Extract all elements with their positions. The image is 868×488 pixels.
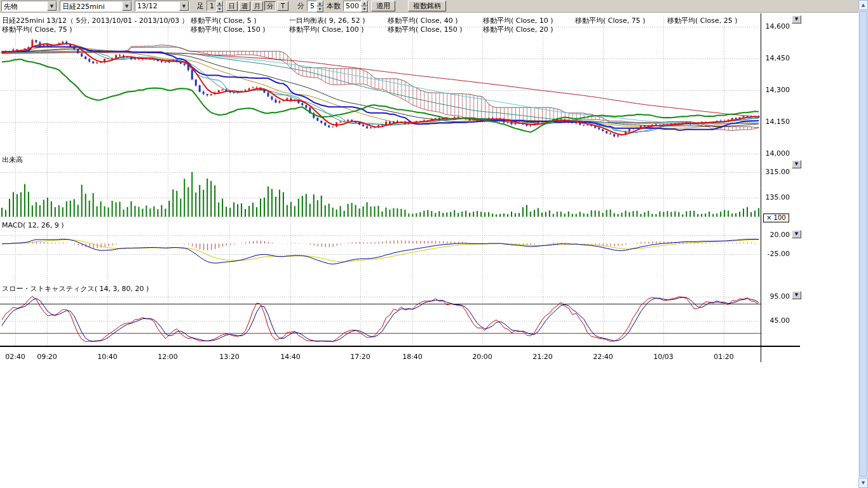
stepper-up-icon[interactable]: ▲ bbox=[361, 1, 368, 6]
stepper-down-icon[interactable]: ▼ bbox=[316, 6, 323, 12]
stepper-arrows[interactable]: ▲▼ bbox=[361, 1, 368, 11]
macd-axis-label: -25.00 bbox=[762, 250, 790, 258]
stoch-pane-menu-button[interactable]: ▼ bbox=[792, 291, 801, 299]
legend-item: 移動平均( Close, 150 ) bbox=[191, 25, 266, 34]
time-axis-label: 21:20 bbox=[529, 353, 557, 361]
period-button-4[interactable]: T bbox=[277, 1, 288, 11]
chevron-down-icon[interactable]: ▼ bbox=[122, 1, 132, 11]
contract-month-select[interactable]: 13/12 ▼ bbox=[135, 1, 189, 11]
stepper-down-icon[interactable]: ▼ bbox=[361, 6, 368, 12]
legend-item: 移動平均( Close, 100 ) bbox=[289, 25, 364, 34]
chevron-down-icon[interactable]: ▼ bbox=[179, 1, 189, 11]
legend-item: 移動平均( Close, 40 ) bbox=[388, 16, 458, 25]
scrollbar-thumb[interactable] bbox=[859, 11, 867, 477]
stoch-axis-label: 95.00 bbox=[762, 292, 790, 301]
price-axis-label: 14,000 bbox=[762, 149, 790, 158]
time-axis-label: 18:40 bbox=[398, 353, 426, 361]
stepper-arrows[interactable]: ▲▼ bbox=[316, 1, 323, 11]
stepper-up-icon[interactable]: ▲ bbox=[216, 1, 223, 6]
volume-pane-menu-button[interactable]: ▼ bbox=[792, 160, 801, 168]
legend-item: 移動平均( Close, 75 ) bbox=[575, 16, 646, 25]
stoch-pane-label: スロー・ストキャスティクス( 14, 3, 80, 20 ) bbox=[2, 284, 149, 294]
time-axis-label: 01:20 bbox=[710, 353, 738, 361]
legend-item: 移動平均( Close, 25 ) bbox=[667, 16, 738, 25]
scroll-up-icon[interactable]: ▲ bbox=[858, 0, 868, 10]
price-pane-menu-button[interactable]: ▼ bbox=[792, 15, 801, 24]
time-axis-label: 09:20 bbox=[33, 353, 61, 361]
period-button-group: 日週月分T bbox=[226, 1, 288, 11]
apply-button[interactable]: 適用 bbox=[371, 1, 395, 11]
instrument-category-select[interactable]: 先物 ▼ bbox=[1, 1, 57, 11]
time-axis-label: 02:40 bbox=[1, 353, 29, 361]
macd-pane-menu-button[interactable]: ▼ bbox=[792, 230, 801, 238]
stepper-down-icon[interactable]: ▼ bbox=[216, 6, 223, 12]
time-axis-label: 22:40 bbox=[589, 353, 617, 361]
bar-count-stepper[interactable]: 500 ▲▼ bbox=[343, 1, 369, 11]
scroll-down-icon[interactable]: ▼ bbox=[858, 478, 868, 488]
period-button-2[interactable]: 月 bbox=[252, 1, 263, 11]
minute-label: 分 bbox=[297, 1, 304, 11]
period-button-0[interactable]: 日 bbox=[226, 1, 238, 11]
time-axis-label: 12:00 bbox=[154, 353, 182, 361]
period-button-3[interactable]: 分 bbox=[264, 1, 276, 11]
legend-item: 日経225mini 13/12（ 5分, 2013/10/01 - 2013/1… bbox=[2, 16, 189, 25]
price-axis-label: 14,600 bbox=[762, 22, 790, 30]
volume-pane-label: 出来高 bbox=[2, 155, 23, 165]
legend-item: 移動平均( Close, 5 ) bbox=[191, 16, 257, 25]
bar-interval-stepper[interactable]: 1 ▲▼ bbox=[207, 1, 224, 11]
time-axis-label: 17:20 bbox=[346, 353, 374, 361]
stepper-arrows[interactable]: ▲▼ bbox=[216, 1, 223, 11]
instrument-category-value: 先物 bbox=[2, 1, 47, 11]
macd-pane-label: MACD( 12, 26, 9 ) bbox=[2, 221, 64, 229]
toolbar: 先物 ▼ 日経225mini ▼ 13/12 ▼ 足 1 ▲▼ 日週月分T 分 … bbox=[0, 0, 858, 13]
stoch-axis-label: 45.00 bbox=[762, 316, 790, 325]
bar-type-label: 足 bbox=[197, 1, 204, 11]
minute-stepper[interactable]: 5 ▲▼ bbox=[307, 1, 324, 11]
vertical-scrollbar[interactable]: ▲ ▼ bbox=[858, 0, 868, 488]
price-axis-label: 14,300 bbox=[762, 86, 790, 94]
time-axis-label: 13:20 bbox=[215, 353, 243, 361]
chevron-down-icon[interactable]: ▼ bbox=[47, 1, 57, 11]
legend-item: 一目均衡表( 9, 26, 52 ) bbox=[289, 16, 365, 25]
bar-interval-value: 1 bbox=[207, 1, 216, 11]
price-axis-label: 14,450 bbox=[762, 54, 790, 62]
volume-multiplier-badge: × 100 bbox=[763, 214, 789, 222]
macd-axis-label: 20.00 bbox=[762, 231, 790, 239]
period-button-1[interactable]: 週 bbox=[239, 1, 250, 11]
stepper-up-icon[interactable]: ▲ bbox=[316, 1, 323, 6]
price-axis-label: 14,150 bbox=[762, 118, 790, 126]
legend-item: 移動平均( Close, 75 ) bbox=[2, 25, 72, 34]
volume-axis-label: 135.00 bbox=[762, 193, 790, 201]
chart-canvas[interactable] bbox=[0, 0, 868, 488]
time-axis-label: 14:40 bbox=[276, 353, 304, 361]
symbol-select[interactable]: 日経225mini ▼ bbox=[60, 1, 132, 11]
symbol-value: 日経225mini bbox=[60, 1, 122, 11]
contract-month-value: 13/12 bbox=[135, 1, 179, 11]
volume-axis-label: 315.00 bbox=[762, 168, 790, 176]
bar-count-value: 500 bbox=[344, 1, 361, 11]
legend-item: 移動平均( Close, 10 ) bbox=[483, 16, 553, 25]
time-axis-label: 10:40 bbox=[93, 353, 121, 361]
minute-value: 5 bbox=[308, 1, 316, 11]
legend-item: 移動平均( Close, 150 ) bbox=[388, 25, 463, 34]
legend-item: 移動平均( Close, 20 ) bbox=[483, 25, 553, 34]
multi-symbol-button[interactable]: 複数銘柄 bbox=[408, 1, 446, 11]
chart-application-window: 先物 ▼ 日経225mini ▼ 13/12 ▼ 足 1 ▲▼ 日週月分T 分 … bbox=[0, 0, 868, 488]
time-axis-label: 20:00 bbox=[468, 353, 496, 361]
bar-count-label: 本数 bbox=[327, 1, 341, 11]
time-axis-label: 10/03 bbox=[649, 353, 677, 361]
